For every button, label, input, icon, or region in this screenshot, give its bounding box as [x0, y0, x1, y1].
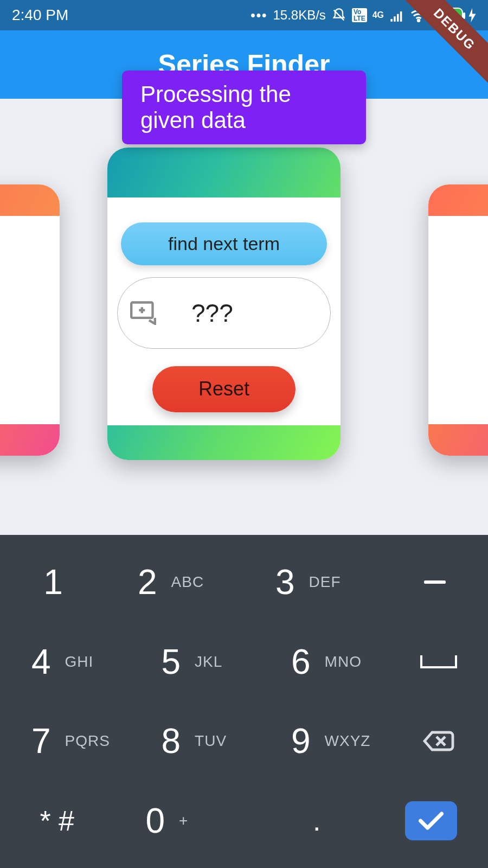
signal-icon: [389, 9, 404, 22]
result-value: ???: [191, 298, 233, 328]
backspace-icon: [422, 729, 455, 753]
key-4[interactable]: 4GHI: [0, 622, 130, 702]
key-backspace[interactable]: [390, 701, 489, 781]
card-next[interactable]: Ente 123 1: [428, 184, 488, 456]
key-enter[interactable]: [374, 781, 489, 861]
key-6[interactable]: 6MNO: [260, 622, 390, 702]
check-icon: [417, 810, 445, 832]
data-rate: 15.8KB/s: [273, 8, 325, 23]
result-field[interactable]: ???: [117, 277, 331, 348]
card-grad-top: [0, 184, 60, 216]
key-0[interactable]: 0+: [114, 781, 260, 861]
card-grad-top: [428, 184, 488, 216]
network-gen: 4G: [373, 10, 384, 20]
card-prev[interactable]: rm 5: [0, 184, 60, 456]
minus-icon: [424, 580, 446, 584]
key-1[interactable]: 1: [0, 542, 106, 622]
svg-point-0: [418, 20, 420, 22]
key-dot[interactable]: .: [260, 781, 374, 861]
key-9[interactable]: 9WXYZ: [260, 701, 390, 781]
mute-icon: [331, 8, 346, 23]
key-7[interactable]: 7PQRS: [0, 701, 130, 781]
key-sym[interactable]: * #: [0, 781, 114, 861]
space-icon: [420, 655, 457, 668]
key-5[interactable]: 5JKL: [130, 622, 260, 702]
card-grad-bot: [428, 424, 488, 456]
key-minus[interactable]: [382, 542, 488, 622]
charging-icon: [468, 8, 476, 22]
find-next-term-button[interactable]: find next term: [121, 222, 327, 265]
card-grad-bot: [0, 424, 60, 456]
volte-badge: VoLTE: [352, 8, 367, 22]
card-carousel[interactable]: rm 5 find next term ??? Reset Ente 123 1: [0, 148, 488, 484]
toast-message: Processing the given data: [122, 71, 366, 144]
key-8[interactable]: 8TUV: [130, 701, 260, 781]
key-3[interactable]: 3DEF: [244, 542, 382, 622]
add-to-queue-icon: [127, 299, 159, 327]
key-2[interactable]: 2ABC: [106, 542, 244, 622]
numeric-keyboard: 1 2ABC 3DEF 4GHI 5JKL 6MNO 7PQRS 8TUV 9W…: [0, 535, 488, 868]
more-dots-icon: •••: [251, 8, 267, 23]
key-space[interactable]: [390, 622, 489, 702]
reset-button[interactable]: Reset: [152, 366, 296, 412]
card-current: find next term ??? Reset: [107, 148, 341, 460]
status-time: 2:40 PM: [12, 7, 68, 24]
